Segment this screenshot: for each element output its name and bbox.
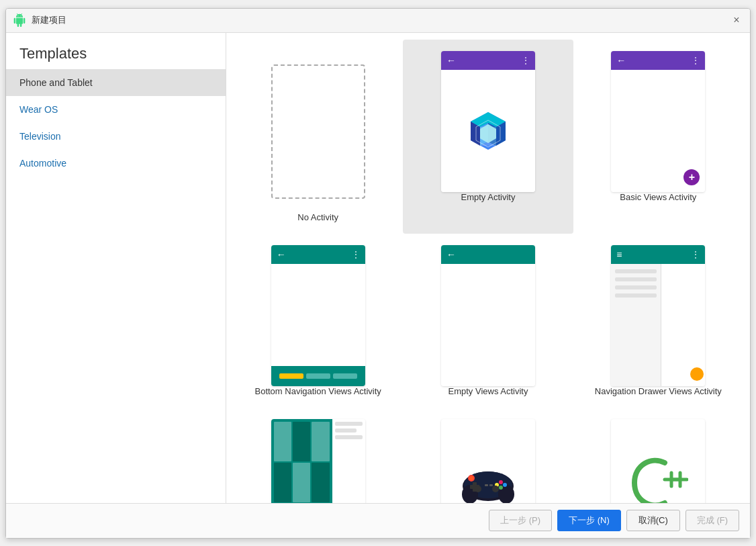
basic-views-topbar: ← ⋮ [611, 51, 705, 70]
finish-button[interactable]: 完成 (F) [686, 510, 739, 531]
teal-grid [271, 419, 332, 503]
svg-point-21 [492, 486, 499, 492]
drawer-item-3 [615, 285, 657, 289]
window-title: 新建项目 [32, 14, 66, 26]
list-item-1 [335, 422, 363, 426]
nav-item-3 [333, 373, 357, 379]
sidebar-label-television: Television [19, 131, 60, 142]
responsive-preview [271, 419, 365, 503]
fab-plus: + [683, 169, 700, 185]
empty-activity-preview: ← ⋮ [441, 51, 535, 192]
template-label-nav-drawer: Navigation Drawer Views Activity [595, 386, 722, 396]
no-activity-preview [271, 64, 365, 199]
empty-activity-topbar: ← ⋮ [441, 51, 535, 70]
bottom-nav-preview: ← ⋮ [271, 245, 365, 386]
drawer-item-1 [615, 269, 657, 273]
sidebar-label-wear-os: Wear OS [19, 104, 58, 115]
empty-views-topbar: ← [441, 245, 535, 264]
grid-cell [293, 422, 310, 461]
cancel-button[interactable]: 取消(C) [626, 510, 680, 531]
empty-views-preview: ← [441, 245, 535, 386]
bottom-nav-body [271, 264, 365, 366]
bottom-nav-topbar: ← ⋮ [271, 245, 365, 264]
responsive-list [332, 419, 365, 503]
grid-cell [274, 463, 291, 502]
template-label-no-activity: No Activity [297, 212, 338, 222]
grid-cell [293, 463, 310, 502]
sidebar-title: Templates [6, 33, 226, 69]
svg-point-25 [469, 476, 473, 480]
footer: 上一步 (P) 下一步 (N) 取消(C) 完成 (F) [6, 503, 750, 538]
next-button[interactable]: 下一步 (N) [557, 510, 621, 531]
list-item-2 [335, 428, 357, 433]
template-label-bottom-nav: Bottom Navigation Views Activity [254, 386, 381, 396]
template-empty-views[interactable]: ← Empty Views Activity [403, 234, 573, 408]
grid-cell [312, 422, 329, 461]
svg-rect-23 [489, 484, 493, 486]
back-button[interactable]: 上一步 (P) [489, 510, 552, 531]
sidebar-label-automotive: Automotive [19, 158, 66, 169]
nav-item-1 [279, 373, 303, 379]
nav-drawer-body [611, 264, 705, 386]
template-no-activity[interactable]: No Activity [233, 40, 403, 234]
drawer-item-4 [615, 293, 657, 298]
bottom-nav-bar [271, 366, 365, 386]
drawer-item-2 [615, 277, 657, 281]
list-item-3 [335, 435, 363, 439]
empty-activity-body [441, 70, 535, 192]
template-label-basic-views: Basic Views Activity [620, 192, 696, 202]
template-game[interactable]: Game Activity [403, 408, 573, 503]
svg-rect-22 [485, 484, 488, 486]
template-label-empty-views: Empty Views Activity [448, 386, 528, 396]
sidebar-item-phone-tablet[interactable]: Phone and Tablet [6, 69, 226, 96]
content-area: Templates Phone and Tablet Wear OS Telev… [6, 33, 750, 503]
android-studio-logo [467, 109, 510, 152]
empty-views-body [441, 264, 535, 386]
template-native-cpp[interactable]: Native C++ [573, 408, 743, 503]
template-label-empty-activity: Empty Activity [461, 192, 516, 202]
svg-point-17 [503, 483, 507, 487]
svg-point-19 [499, 486, 503, 490]
grid-cell [312, 463, 329, 502]
template-nav-drawer[interactable]: ≡ ⋮ [573, 234, 743, 408]
sidebar-item-television[interactable]: Television [6, 123, 226, 150]
nav-drawer-topbar: ≡ ⋮ [611, 245, 705, 264]
responsive-body [271, 419, 365, 503]
gamepad-icon [458, 459, 518, 503]
game-preview [441, 419, 535, 503]
svg-point-20 [475, 486, 481, 492]
android-icon [13, 13, 26, 27]
title-bar-left: 新建项目 [13, 13, 66, 27]
nav-drawer-panel [611, 264, 661, 386]
svg-point-16 [499, 480, 503, 484]
nav-drawer-fab [690, 367, 704, 381]
basic-views-body: + [611, 70, 705, 192]
nav-drawer-preview: ≡ ⋮ [611, 245, 705, 386]
template-bottom-nav[interactable]: ← ⋮ Bottom Navigation Views Activity [233, 234, 403, 408]
cpp-logo [628, 453, 688, 503]
template-empty-activity[interactable]: ← ⋮ [403, 40, 573, 234]
template-responsive[interactable]: Responsive Views Activity [233, 408, 403, 503]
title-bar: 新建项目 × [6, 9, 750, 33]
close-button[interactable]: × [730, 13, 743, 27]
sidebar-item-wear-os[interactable]: Wear OS [6, 96, 226, 123]
main-window: 新建项目 × Templates Phone and Tablet Wear O… [5, 8, 751, 539]
template-basic-views[interactable]: ← ⋮ + Basic Views Activity [573, 40, 743, 234]
sidebar-item-automotive[interactable]: Automotive [6, 150, 226, 177]
sidebar: Templates Phone and Tablet Wear OS Telev… [6, 33, 226, 503]
template-grid: No Activity ← ⋮ [226, 33, 750, 503]
nav-item-2 [306, 373, 330, 379]
sidebar-label-phone-tablet: Phone and Tablet [19, 77, 93, 88]
grid-cell [274, 422, 291, 461]
cpp-preview [611, 419, 705, 503]
basic-views-preview: ← ⋮ + [611, 51, 705, 192]
